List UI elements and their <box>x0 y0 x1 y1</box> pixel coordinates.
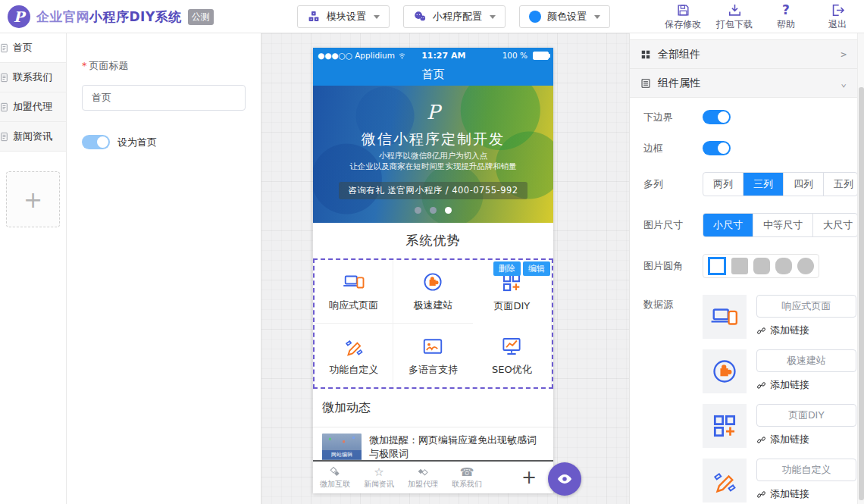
preview-eye-button[interactable] <box>548 462 581 496</box>
datasource-title-input[interactable] <box>756 404 856 427</box>
set-home-toggle[interactable] <box>82 135 110 149</box>
tabbar-add-button[interactable]: + <box>505 462 553 493</box>
grid-item-responsive[interactable]: 响应式页面 <box>315 260 393 324</box>
banner-heading: 微信小程序定制开发 <box>313 130 553 149</box>
save-button[interactable]: 保存修改 <box>662 3 703 31</box>
phone-icon: ☎ <box>460 466 474 478</box>
columns-option-5[interactable]: 五列 <box>823 173 858 196</box>
component-props-header[interactable]: 组件属性 ⌄ <box>630 69 858 98</box>
seo-icon <box>500 335 523 358</box>
tab-contact[interactable]: ☎ 联系我们 <box>445 462 489 493</box>
datasource-title-input[interactable] <box>756 295 856 318</box>
all-components-header[interactable]: 全部组件 > <box>630 39 858 69</box>
modules-cubes-icon <box>307 10 321 23</box>
grid-item-label: 页面DIY <box>493 299 530 313</box>
chevron-down-icon <box>374 15 380 19</box>
beta-badge: 公测 <box>188 9 214 25</box>
all-components-label: 全部组件 <box>658 48 700 61</box>
add-link-button[interactable]: 添加链接 <box>756 487 856 501</box>
color-settings-label: 颜色设置 <box>547 10 587 23</box>
phone-tabbar: 微加互联 ☆ 新闻资讯 加盟代理 ☎ 联系我们 + <box>313 460 553 493</box>
border-toggle[interactable] <box>703 141 731 155</box>
color-settings-button[interactable]: 颜色设置 <box>519 5 610 28</box>
datasource-title-input[interactable] <box>756 349 856 372</box>
tab-wj-home[interactable]: 微加互联 <box>313 462 357 493</box>
columns-option-3[interactable]: 三列 <box>743 173 783 196</box>
tab-news[interactable]: ☆ 新闻资讯 <box>357 462 401 493</box>
page-title-input[interactable] <box>82 85 246 111</box>
grid-item-label: 多语言支持 <box>409 363 458 377</box>
set-home-row: 设为首页 <box>82 135 246 149</box>
component-action-badges: 删除 编辑 <box>493 261 550 276</box>
link-icon <box>756 326 766 336</box>
columns-option-2[interactable]: 两列 <box>703 173 743 196</box>
battery-icon <box>533 52 549 60</box>
radius-option-square-selected[interactable] <box>708 257 726 275</box>
app-title-secondary: 小程序DIY系统 <box>89 9 182 24</box>
tab-agent[interactable]: 加盟代理 <box>401 462 445 493</box>
link-icon <box>756 490 766 499</box>
datasource-list: 添加链接 添加链接 添加链接 <box>703 295 856 504</box>
sidebar-item-news[interactable]: 新闻资讯 <box>0 122 66 152</box>
sidebar-item-agent[interactable]: 加盟代理 <box>0 92 66 122</box>
help-button[interactable]: ? 帮助 <box>765 3 806 31</box>
image-size-small[interactable]: 小尺寸 <box>703 214 753 236</box>
page-label: 联系我们 <box>13 70 52 84</box>
grid-item-speed-build[interactable]: 极速建站 <box>393 260 472 324</box>
advantages-grid-component[interactable]: 删除 编辑 响应式页面 极速建站 页面DIY 功能自定义 <box>313 258 553 389</box>
image-radius-row: 图片圆角 <box>643 254 858 278</box>
image-size-medium[interactable]: 中等尺寸 <box>753 214 812 236</box>
wechat-icon <box>413 10 427 23</box>
banner-subline-1: 小程序以微信8亿用户为切入点 <box>313 151 553 161</box>
radius-option-slight[interactable] <box>731 258 748 274</box>
chevron-down-icon <box>490 15 496 19</box>
carousel-dot <box>430 207 437 214</box>
datasource-icon-box <box>703 349 747 393</box>
radius-option-medium[interactable] <box>753 258 770 274</box>
news-thumbnail: 网站编辑 <box>322 434 362 461</box>
columns-option-4[interactable]: 四列 <box>783 173 823 196</box>
app-root: P 企业官网小程序DIY系统 公测 模块设置 小程序配置 颜色设置 <box>0 0 864 504</box>
border-label: 边框 <box>643 142 703 155</box>
grid-item-multi-lang[interactable]: 多语言支持 <box>393 324 472 387</box>
sidebar-item-home[interactable]: 首页 <box>0 33 66 63</box>
banner-carousel[interactable]: P 微信小程序定制开发 小程序以微信8亿用户为切入点 让企业以及商家在短时间里实… <box>313 86 553 223</box>
edit-badge-button[interactable]: 编辑 <box>523 261 550 276</box>
add-link-button[interactable]: 添加链接 <box>756 324 856 337</box>
phone-preview: ●●●○○ Applidium 11:27 AM 100 % 首页 P 微信小程… <box>313 48 553 493</box>
grid-item-custom-func[interactable]: 功能自定义 <box>315 324 393 387</box>
add-page-button[interactable]: + <box>6 171 60 227</box>
image-size-large[interactable]: 大尺寸 <box>812 214 858 236</box>
bottom-border-toggle[interactable] <box>703 110 731 124</box>
add-link-button[interactable]: 添加链接 <box>756 378 856 392</box>
datasource-icon-box <box>703 459 747 502</box>
add-link-button[interactable]: 添加链接 <box>756 433 856 446</box>
custom-func-icon <box>710 466 739 495</box>
grid-icon <box>640 49 651 60</box>
carousel-dot-active <box>445 207 452 214</box>
module-settings-button[interactable]: 模块设置 <box>297 5 390 28</box>
sidebar-item-contact[interactable]: 联系我们 <box>0 63 66 92</box>
module-settings-label: 模块设置 <box>327 10 366 23</box>
list-icon <box>640 78 651 89</box>
miniprogram-config-button[interactable]: 小程序配置 <box>403 5 506 28</box>
grid-item-label: 功能自定义 <box>329 363 378 377</box>
grid-item-seo[interactable]: SEO优化 <box>473 324 552 387</box>
design-canvas: ●●●○○ Applidium 11:27 AM 100 % 首页 P 微信小程… <box>261 33 629 504</box>
scrollbar-thumb[interactable] <box>859 87 864 500</box>
radius-option-large[interactable] <box>775 258 792 274</box>
download-button[interactable]: 打包下载 <box>714 3 755 31</box>
banner-pill: 咨询有礼 送官网小程序 / 400-0755-992 <box>313 182 553 199</box>
page-settings-panel: *页面标题 设为首页 <box>67 33 261 504</box>
carousel-dot <box>415 207 421 214</box>
pages-sidebar: 首页 联系我们 加盟代理 新闻资讯 + <box>0 33 67 504</box>
agent-icon <box>417 466 429 478</box>
page-title-label: *页面标题 <box>82 59 246 73</box>
datasource-title-input[interactable] <box>756 459 856 481</box>
help-icon: ? <box>782 3 790 17</box>
news-list-item[interactable]: 网站编辑 微加提醒：网页编辑应避免出现敏感词与极限词 <box>313 427 553 461</box>
exit-button[interactable]: 退出 <box>817 3 858 31</box>
delete-badge-button[interactable]: 删除 <box>493 261 521 276</box>
custom-func-icon <box>343 335 365 358</box>
radius-option-circle[interactable] <box>797 258 814 274</box>
